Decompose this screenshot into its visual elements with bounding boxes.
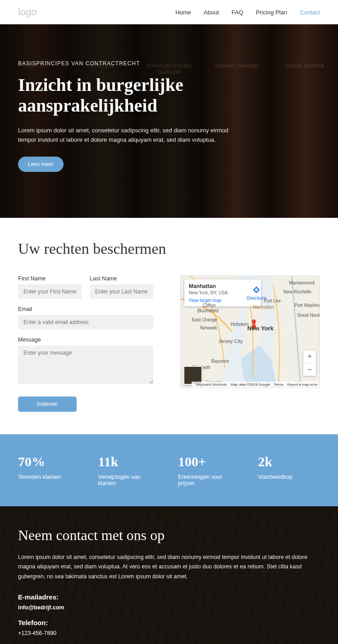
map-label-hoboken: Hoboken (231, 322, 249, 327)
map-label-bayonne: Bayonne (211, 359, 229, 364)
logo[interactable]: logo (18, 6, 37, 18)
main-nav: Home About FAQ Pricing Plan Contact (175, 9, 320, 16)
email-label: Email (18, 306, 153, 312)
map-label-fortlee: Fort Lee (264, 298, 281, 303)
stat-label: Tevreden klanten (18, 474, 80, 480)
nav-pricing[interactable]: Pricing Plan (256, 9, 287, 16)
hero-eyebrow: BASISPRINCIPES VAN CONTRACTRECHT (18, 60, 270, 67)
map-label-newark: Newark (200, 325, 217, 330)
first-name-label: First Name (18, 275, 82, 282)
contact-phone-value[interactable]: +123-456-7890 (18, 630, 320, 636)
map-attribution: Keyboard shortcuts Map data ©2024 Google… (192, 382, 320, 387)
map-label-newyork: New York (247, 325, 274, 332)
nav-about[interactable]: About (204, 9, 219, 16)
stat-item: 70% Tevreden klanten (18, 454, 80, 486)
read-more-button[interactable]: Lees meer (18, 157, 64, 172)
nav-faq[interactable]: FAQ (232, 9, 243, 16)
map-label-newrochelle: New Rochelle (283, 289, 311, 294)
directions-icon (252, 286, 260, 294)
stat-item: 11k Verwijzingen van klanten (98, 454, 160, 486)
stat-number: 70% (18, 454, 80, 469)
map-info-card: Manhattan New York, NY, USA View larger … (184, 279, 261, 306)
stat-item: 2k Voorbeeldkop (258, 454, 320, 486)
map-terms-link[interactable]: Terms (274, 383, 283, 387)
map-data-copyright: Map data ©2024 Google (231, 383, 270, 387)
stat-item: 100+ Erkenningen voor prijzen (178, 454, 240, 486)
contact-phone-label: Telefoon: (18, 619, 320, 626)
map-label-mamaroneck: Mamaroneck (289, 280, 315, 285)
stat-number: 2k (258, 454, 320, 469)
map-report-link[interactable]: Report a map error (287, 383, 318, 387)
map-label-bloomfield: Bloomfield (197, 308, 219, 313)
contact-form: First Name Last Name Email Message (18, 275, 153, 412)
form-heading: Uw rechten beschermen (18, 240, 320, 257)
nav-home[interactable]: Home (175, 9, 191, 16)
first-name-input[interactable] (18, 284, 82, 299)
contact-email-label: E-mailadres: (18, 593, 320, 601)
hero-text: Lorem ipsum dolor sit amet, consetetur s… (18, 126, 234, 145)
contact-heading: Neem contact met ons op (18, 527, 320, 544)
map-label-portwashington: Port Washington (295, 303, 320, 308)
map-label-clifton: Clifton (203, 303, 215, 308)
contact-text: Lorem ipsum dolor sit amet, consetetur s… (18, 553, 320, 581)
contact-email-value[interactable]: info@bedrijf.com (18, 604, 320, 611)
map-zoom-in-button[interactable]: + (303, 351, 316, 363)
map-directions-label: Directions (247, 296, 266, 301)
map-label-jerseycity: Jersey City (218, 338, 242, 344)
hero-section: İCRA İFLAS İCRA İFLAS İCRA İFLAS HUKUKU … (0, 24, 338, 218)
last-name-label: Last Name (90, 275, 153, 282)
map-zoom-out-button[interactable]: − (303, 363, 316, 376)
stat-number: 11k (98, 454, 160, 469)
submit-button[interactable]: Indienen (18, 396, 77, 412)
email-input[interactable] (18, 315, 153, 329)
map-zoom-controls: + − (303, 351, 316, 376)
map-label-greatneck: Great Neck (297, 313, 320, 318)
map-label-eastorange: East Orange (192, 317, 217, 322)
stat-label: Erkenningen voor prijzen (178, 474, 240, 486)
map[interactable]: Manhattan New York, NY, USA View larger … (180, 275, 320, 388)
form-section: Uw rechten beschermen First Name Last Na… (0, 218, 338, 434)
stat-label: Verwijzingen van klanten (98, 474, 160, 486)
stat-label: Voorbeeldkop (258, 474, 320, 480)
contact-section: Neem contact met ons op Lorem ipsum dolo… (0, 506, 338, 644)
map-keyboard-shortcuts[interactable]: Keyboard shortcuts (196, 383, 227, 387)
last-name-input[interactable] (90, 284, 153, 299)
site-header: logo Home About FAQ Pricing Plan Contact (0, 0, 338, 24)
message-textarea[interactable] (18, 346, 153, 384)
stats-section: 70% Tevreden klanten 11k Verwijzingen va… (0, 434, 338, 506)
stat-number: 100+ (178, 454, 240, 469)
message-label: Message (18, 337, 153, 343)
map-label-manhattan: Manhattan (253, 305, 274, 310)
hero-title: Inzicht in burgerlijke aansprakelijkheid (18, 75, 270, 116)
nav-contact[interactable]: Contact (300, 9, 320, 16)
map-directions[interactable]: Directions (247, 286, 266, 301)
